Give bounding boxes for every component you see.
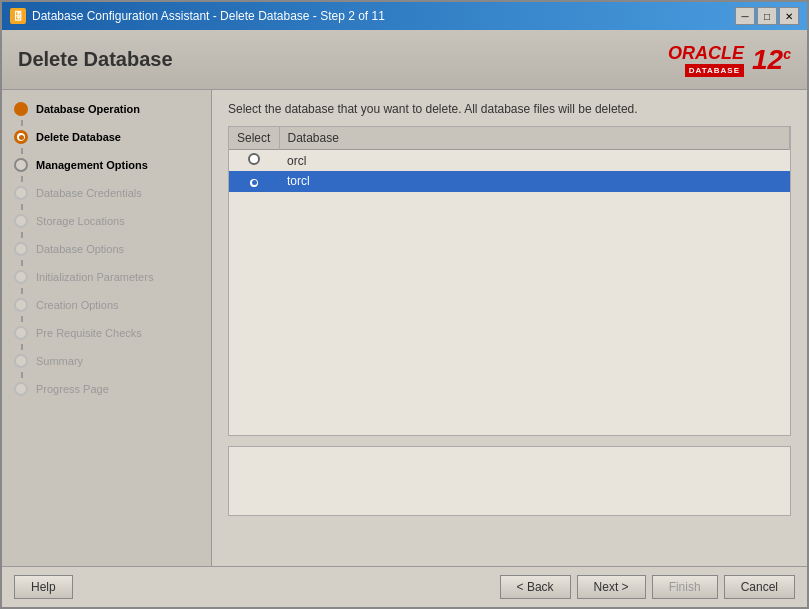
sidebar-item-summary: Summary bbox=[2, 350, 211, 372]
sidebar-item-creation-options: Creation Options bbox=[2, 294, 211, 316]
sidebar-item-database-options: Database Options bbox=[2, 238, 211, 260]
app-icon: 🗄 bbox=[10, 8, 26, 24]
title-bar: 🗄 Database Configuration Assistant - Del… bbox=[2, 2, 807, 30]
sidebar-label-database-operation: Database Operation bbox=[36, 103, 140, 115]
minimize-button[interactable]: ─ bbox=[735, 7, 755, 25]
next-button[interactable]: Next > bbox=[577, 575, 646, 599]
sidebar-label-storage-locations: Storage Locations bbox=[36, 215, 125, 227]
sidebar-icon-creation-options bbox=[14, 298, 28, 312]
sidebar-icon-database-options bbox=[14, 242, 28, 256]
sidebar-label-summary: Summary bbox=[36, 355, 83, 367]
sidebar-label-init-params: Initialization Parameters bbox=[36, 271, 153, 283]
help-button[interactable]: Help bbox=[14, 575, 73, 599]
footer-right: < Back Next > Finish Cancel bbox=[500, 575, 795, 599]
sidebar-label-database-credentials: Database Credentials bbox=[36, 187, 142, 199]
sidebar-icon-storage-locations bbox=[14, 214, 28, 228]
title-bar-left: 🗄 Database Configuration Assistant - Del… bbox=[10, 8, 385, 24]
sidebar-icon-progress-page bbox=[14, 382, 28, 396]
description-area bbox=[228, 446, 791, 516]
sidebar-item-database-credentials: Database Credentials bbox=[2, 182, 211, 204]
sidebar-item-prereq-checks: Pre Requisite Checks bbox=[2, 322, 211, 344]
sidebar-item-database-operation[interactable]: Database Operation bbox=[2, 98, 211, 120]
sidebar-label-progress-page: Progress Page bbox=[36, 383, 109, 395]
main-window: 🗄 Database Configuration Assistant - Del… bbox=[0, 0, 809, 609]
database-column-header: Database bbox=[279, 127, 790, 150]
radio-cell-torcl[interactable] bbox=[229, 171, 279, 192]
table-row-selected[interactable]: torcl bbox=[229, 171, 790, 192]
sidebar-label-management-options: Management Options bbox=[36, 159, 148, 171]
sidebar-label-delete-database: Delete Database bbox=[36, 131, 121, 143]
sidebar-icon-summary bbox=[14, 354, 28, 368]
content-wrapper: Database Operation Delete Database Manag… bbox=[2, 90, 807, 566]
oracle-brand-text: ORACLE bbox=[668, 43, 744, 64]
oracle-logo: ORACLE DATABASE 12c bbox=[668, 43, 791, 77]
radio-orcl[interactable] bbox=[248, 153, 260, 165]
table-row[interactable]: orcl bbox=[229, 150, 790, 172]
maximize-button[interactable]: □ bbox=[757, 7, 777, 25]
finish-button[interactable]: Finish bbox=[652, 575, 718, 599]
sidebar-item-delete-database[interactable]: Delete Database bbox=[2, 126, 211, 148]
sidebar-item-management-options[interactable]: Management Options bbox=[2, 154, 211, 176]
select-column-header: Select bbox=[229, 127, 279, 150]
sidebar: Database Operation Delete Database Manag… bbox=[2, 90, 212, 566]
database-name-orcl[interactable]: orcl bbox=[279, 150, 790, 172]
sidebar-icon-database-credentials bbox=[14, 186, 28, 200]
sidebar-icon-prereq-checks bbox=[14, 326, 28, 340]
sidebar-icon-init-params bbox=[14, 270, 28, 284]
oracle-version-text: 12c bbox=[752, 44, 791, 76]
sidebar-item-progress-page: Progress Page bbox=[2, 378, 211, 400]
window-title: Database Configuration Assistant - Delet… bbox=[32, 9, 385, 23]
database-table: Select Database orcl bbox=[229, 127, 790, 192]
database-table-container: Select Database orcl bbox=[228, 126, 791, 436]
back-button[interactable]: < Back bbox=[500, 575, 571, 599]
sidebar-label-creation-options: Creation Options bbox=[36, 299, 119, 311]
header: Delete Database ORACLE DATABASE 12c bbox=[2, 30, 807, 90]
main-content: Select the database that you want to del… bbox=[212, 90, 807, 566]
sidebar-icon-database-operation bbox=[14, 102, 28, 116]
footer-left: Help bbox=[14, 575, 73, 599]
close-button[interactable]: ✕ bbox=[779, 7, 799, 25]
radio-torcl[interactable] bbox=[248, 177, 260, 189]
page-title: Delete Database bbox=[18, 48, 173, 71]
table-header-row: Select Database bbox=[229, 127, 790, 150]
window-controls: ─ □ ✕ bbox=[735, 7, 799, 25]
sidebar-item-storage-locations: Storage Locations bbox=[2, 210, 211, 232]
oracle-database-text: DATABASE bbox=[685, 64, 744, 77]
footer: Help < Back Next > Finish Cancel bbox=[2, 566, 807, 607]
sidebar-icon-management-options bbox=[14, 158, 28, 172]
sidebar-label-prereq-checks: Pre Requisite Checks bbox=[36, 327, 142, 339]
sidebar-label-database-options: Database Options bbox=[36, 243, 124, 255]
instruction-text: Select the database that you want to del… bbox=[228, 102, 791, 116]
radio-cell-orcl[interactable] bbox=[229, 150, 279, 172]
database-name-torcl[interactable]: torcl bbox=[279, 171, 790, 192]
sidebar-item-init-params: Initialization Parameters bbox=[2, 266, 211, 288]
cancel-button[interactable]: Cancel bbox=[724, 575, 795, 599]
sidebar-icon-delete-database bbox=[14, 130, 28, 144]
main-area: Delete Database ORACLE DATABASE 12c Data… bbox=[2, 30, 807, 607]
